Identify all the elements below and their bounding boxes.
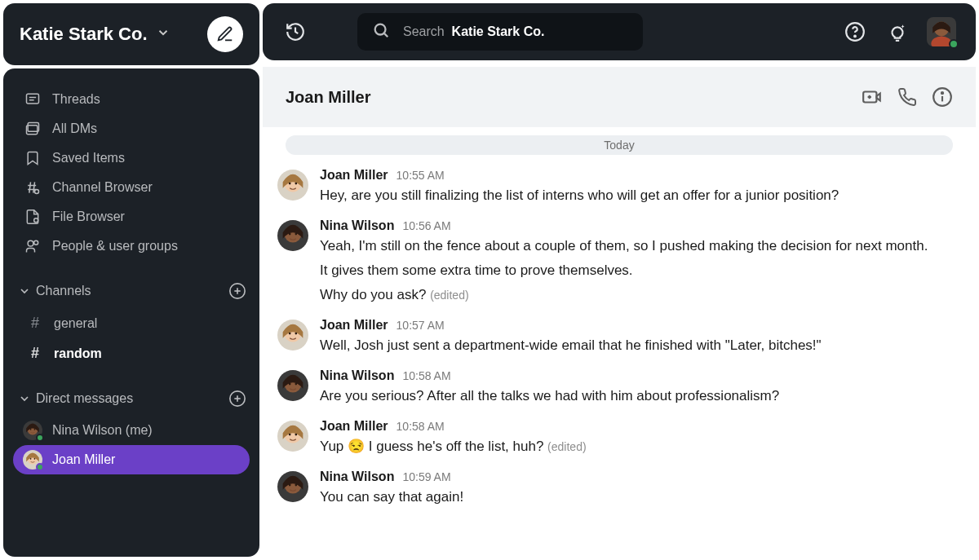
svg-point-49 [295, 233, 297, 236]
search-icon [372, 21, 390, 42]
dms-section-header[interactable]: Direct messages [13, 381, 250, 416]
history-button[interactable] [282, 19, 308, 45]
channel-browser-icon [24, 179, 41, 196]
sidebar: Threads All DMs Saved Items Channel Brow… [3, 68, 259, 557]
message-author[interactable]: Joan Miller [320, 168, 388, 183]
workspace-switcher[interactable]: Katie Stark Co. [3, 3, 259, 65]
presence-indicator [949, 39, 959, 49]
message-author[interactable]: Nina Wilson [320, 368, 394, 383]
sidebar-item-label: Threads [52, 92, 100, 107]
dms-icon [24, 121, 41, 137]
svg-point-41 [941, 92, 943, 94]
sidebar-item-file-browser[interactable]: File Browser [13, 202, 250, 231]
search-input[interactable]: Search Katie Stark Co. [357, 13, 643, 51]
svg-point-56 [289, 383, 291, 386]
edited-label: (edited) [430, 289, 468, 302]
section-label: Channels [36, 284, 91, 298]
file-browser-icon [24, 209, 41, 225]
date-divider: Today [286, 135, 953, 155]
message-time: 10:55 AM [396, 169, 445, 182]
message: Joan Miller 10:57 AM Well, Josh just sen… [277, 318, 961, 357]
message-list: Joan Miller 10:55 AM Hey, are you still … [263, 155, 976, 522]
sidebar-item-label: File Browser [52, 209, 125, 224]
channels-section-header[interactable]: Channels [13, 274, 250, 308]
sidebar-item-people[interactable]: People & user groups [13, 231, 250, 261]
svg-point-21 [30, 429, 32, 430]
message-text: Hey, are you still finalizing the list o… [320, 184, 961, 207]
message-author[interactable]: Nina Wilson [320, 470, 394, 484]
sidebar-channel-random[interactable]: #random [13, 338, 250, 368]
message: Joan Miller 10:58 AM Yup 😒 I guess he's … [277, 419, 961, 458]
message-author[interactable]: Nina Wilson [320, 218, 394, 233]
compose-button[interactable] [207, 16, 243, 52]
add-video-button[interactable] [862, 86, 883, 108]
svg-point-60 [289, 434, 291, 436]
add-channel-button[interactable] [228, 282, 246, 300]
current-user-avatar[interactable] [927, 17, 956, 46]
call-button[interactable] [897, 87, 917, 107]
avatar [277, 421, 308, 452]
section-label: Direct messages [36, 391, 133, 406]
channel-name: general [54, 316, 97, 331]
message: Nina Wilson 10:56 AM Yeah, I'm still on … [277, 218, 961, 306]
sidebar-channel-general[interactable]: #general [13, 308, 250, 338]
people-icon [24, 238, 41, 254]
message-author[interactable]: Joan Miller [320, 318, 388, 333]
message-time: 10:57 AM [396, 319, 445, 332]
message-text: It gives them some extra time to prove t… [320, 259, 961, 282]
svg-point-65 [295, 484, 297, 487]
avatar [277, 170, 308, 201]
conversation-title[interactable]: Joan Miller [286, 88, 370, 107]
bookmark-icon [24, 150, 41, 166]
info-button[interactable] [932, 86, 953, 108]
svg-point-22 [34, 429, 36, 430]
avatar [23, 421, 42, 440]
svg-point-57 [295, 383, 297, 386]
avatar [277, 320, 308, 351]
message-text: Why do you ask? (edited) [320, 284, 961, 306]
svg-line-28 [384, 33, 388, 37]
sidebar-item-all-dms[interactable]: All DMs [13, 114, 250, 143]
hash-icon: # [28, 315, 42, 332]
svg-point-61 [295, 434, 297, 436]
avatar [277, 370, 308, 401]
dm-name: Joan Miller [52, 452, 115, 467]
svg-point-27 [375, 24, 386, 35]
svg-point-53 [295, 333, 297, 335]
sidebar-item-label: People & user groups [52, 239, 178, 254]
svg-point-12 [34, 240, 38, 245]
svg-point-52 [289, 333, 291, 335]
message-time: 10:56 AM [402, 219, 450, 232]
message-text: Yeah, I'm still on the fence about a cou… [320, 235, 961, 258]
svg-point-64 [289, 484, 291, 487]
message-time: 10:59 AM [402, 470, 450, 483]
message: Nina Wilson 10:59 AM You can say that ag… [277, 470, 961, 509]
sidebar-item-saved[interactable]: Saved Items [13, 143, 250, 173]
svg-rect-0 [27, 94, 39, 104]
message-time: 10:58 AM [396, 420, 445, 433]
chevron-down-icon [18, 284, 31, 298]
help-button[interactable] [842, 19, 868, 45]
sidebar-dm-item[interactable]: Joan Miller [13, 445, 250, 474]
sidebar-dm-item[interactable]: Nina Wilson (me) [13, 416, 250, 445]
threads-icon [24, 91, 41, 108]
sidebar-item-channel-browser[interactable]: Channel Browser [13, 173, 250, 202]
sidebar-item-label: Channel Browser [52, 180, 153, 195]
top-bar: Search Katie Stark Co. [263, 3, 976, 60]
svg-point-44 [289, 183, 291, 185]
whats-new-button[interactable] [884, 19, 910, 45]
svg-line-7 [29, 182, 31, 192]
channel-name: random [54, 346, 102, 361]
presence-indicator [36, 463, 44, 471]
add-dm-button[interactable] [228, 390, 246, 408]
workspace-name: Katie Stark Co. [20, 24, 148, 45]
message-author[interactable]: Joan Miller [320, 419, 388, 434]
edited-label: (edited) [547, 440, 586, 453]
svg-point-26 [34, 458, 36, 460]
svg-point-10 [34, 218, 38, 223]
svg-point-48 [289, 233, 291, 236]
message-text: Well, Josh just sent a department-wide e… [320, 334, 961, 357]
sidebar-item-threads[interactable]: Threads [13, 85, 250, 114]
svg-point-45 [295, 183, 297, 185]
chevron-down-icon [18, 392, 31, 405]
